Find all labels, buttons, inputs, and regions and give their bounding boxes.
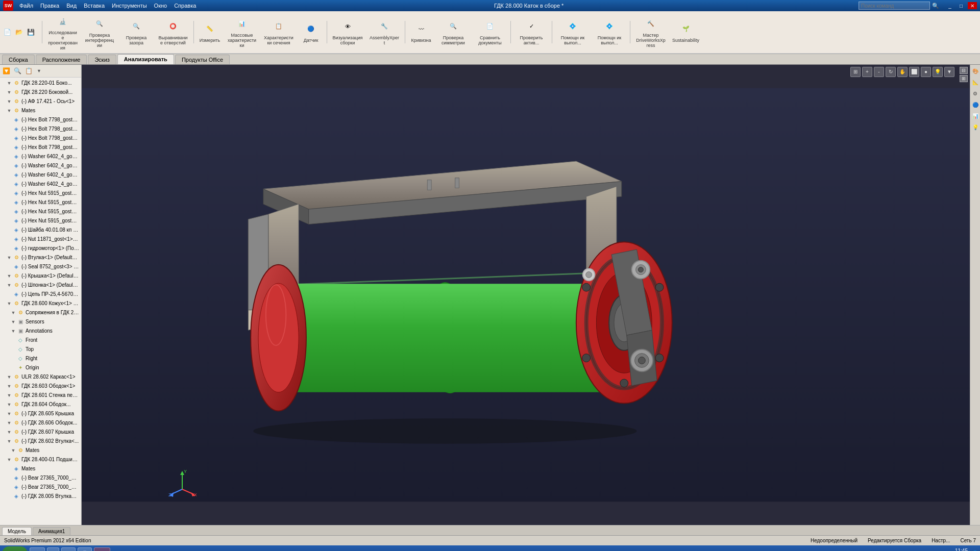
menu-file[interactable]: Файл — [16, 2, 36, 10]
tree-item[interactable]: ▼▣Annotations — [0, 327, 81, 336]
menu-tools[interactable]: Инструменты — [109, 2, 150, 10]
toolbar-measure[interactable]: 📏 Измерить — [197, 20, 223, 44]
tree-item[interactable]: ▼⚙(-) ГДК 28.606 Ободок... — [0, 418, 81, 428]
taskbar-word[interactable]: W — [61, 547, 75, 551]
toolbar-driveworks[interactable]: 🔨 Мастер DriveWorksXpress — [633, 15, 668, 49]
tree-item[interactable]: ▼⚙(-) Крышка<1> (Default<... — [0, 271, 81, 281]
search-tree-button[interactable]: 🔍 — [12, 66, 22, 76]
toolbar-helper1[interactable]: 💠 Помощн ик выпол... — [555, 17, 590, 47]
tab-analyze[interactable]: Анализировать — [117, 54, 174, 64]
tree-item[interactable]: ▼⚙ГДК 28.220 Боковой... — [0, 88, 81, 97]
tree-item[interactable]: ▼⚙ГДК 28.603 Ободок<1> — [0, 382, 81, 391]
lighting-button[interactable]: 💡 — [933, 67, 943, 77]
taskbar-control-panel[interactable]: 🎛 — [78, 547, 92, 551]
tree-item[interactable]: ◈(-) Hex Bolt 7798_gost<4> — [0, 143, 81, 152]
tree-item[interactable]: ◇Right — [0, 354, 81, 363]
tab-assembly[interactable]: Сборка — [2, 55, 35, 64]
close-button[interactable]: ✕ — [968, 2, 977, 9]
toolbar-helper2[interactable]: 💠 Помощн ик выпол... — [592, 17, 627, 47]
tree-item[interactable]: ◈(-) Hex Nut 5915_gost<4> — [0, 216, 81, 226]
taskbar-explorer[interactable]: 📁 — [30, 547, 45, 551]
tree-item[interactable]: ◈Mates — [0, 464, 81, 473]
toolbar-visualize[interactable]: 👁 Визуализация сборки — [330, 17, 365, 47]
tree-item[interactable]: ◈(-) Nut 11871_gost<1> (Га — [0, 235, 81, 244]
tree-item[interactable]: ◈(-) Washer 6402_4_gost<2> — [0, 161, 81, 170]
toolbar-holes[interactable]: ⭕ Выравнивание отверстий — [156, 17, 190, 47]
tree-item[interactable]: ▼⚙(-) ГДК 28.605 Крышка — [0, 409, 81, 418]
menu-window[interactable]: Окно — [151, 2, 170, 10]
tree-item[interactable]: ▼⚙ГДК 28.220-01 Боко... — [0, 79, 81, 88]
tree-item[interactable]: ◈(-) Bear 27365_7000_5_gost — [0, 473, 81, 483]
collapse-button[interactable]: 📋 — [23, 66, 34, 76]
view-options-button[interactable]: ⬜ — [909, 67, 919, 77]
tree-item[interactable]: ◈(-) Washer 6402_4_gost<3> — [0, 170, 81, 180]
toolbar-section[interactable]: 📋 Характеристики сечения — [261, 17, 296, 47]
display-mode-button[interactable]: ● — [921, 67, 931, 77]
tree-item[interactable]: ▼⚙ГДК 28.601 Стенка пер... — [0, 391, 81, 400]
tree-item[interactable]: ▼⚙Mates — [0, 446, 81, 455]
tree-item[interactable]: ◈(-) гидромотор<1> (По у... — [0, 244, 81, 253]
zoom-out-button[interactable]: - — [874, 67, 884, 77]
tree-item[interactable]: ◈(-) Hex Nut 5915_gost<3> — [0, 207, 81, 216]
toolbar-massprops[interactable]: 📊 Массовые характеристики — [225, 15, 259, 49]
viewport-split-h[interactable]: ⊟ — [960, 67, 968, 74]
tab-animation[interactable]: Анимация1 — [33, 527, 71, 535]
tab-layout[interactable]: Расположение — [36, 55, 87, 64]
tree-item[interactable]: ▼⚙(-) Втулка<1> (Default<<[... — [0, 253, 81, 262]
tree-item[interactable]: ▼⚙Mates — [0, 106, 81, 115]
tree-item[interactable]: ▼⚙ГДК 28.604 Ободок... — [0, 400, 81, 409]
tree-item[interactable]: ◈(-) Washer 6402_4_gost<1> — [0, 152, 81, 161]
more-views-button[interactable]: ▼ — [944, 67, 954, 77]
tree-item[interactable]: ◇Top — [0, 345, 81, 354]
zoom-to-fit-button[interactable]: ⊞ — [850, 67, 861, 77]
toolbar-sustainability[interactable]: 🌱 Sustainability — [670, 20, 701, 44]
tree-item[interactable]: ▼▣Sensors — [0, 317, 81, 327]
tree-item[interactable]: ◈(-) ГДК 28.005 Втулка<1> (- ... — [0, 492, 81, 501]
menu-edit[interactable]: Правка — [37, 2, 62, 10]
toolbar-assemblyxpert[interactable]: 🔧 AssemblyXpert — [367, 17, 402, 47]
tab-office[interactable]: Продукты Office — [175, 55, 230, 64]
toolbar-symmetry[interactable]: 🔍 Проверка симметрии — [436, 17, 471, 47]
tree-item[interactable]: ◈(-) Hex Bolt 7798_gost<3> — [0, 134, 81, 143]
tree-item[interactable]: ▼⚙(-) АФ 17.421 - Ось<1> — [0, 97, 81, 106]
menu-view[interactable]: Вид — [63, 2, 80, 10]
tree-item[interactable]: ◈(-) Hex Bolt 7798_gost<2> — [0, 124, 81, 134]
tree-item[interactable]: ◈(-) Шайба 40.01.08 кп ГОС — [0, 226, 81, 235]
right-icon-5[interactable]: 📊 — [971, 112, 980, 121]
tree-item[interactable]: ◈(-) Цепь ПР-25,4-5670<1> (D... — [0, 290, 81, 299]
tree-item[interactable]: ◈(-) Bear 27365_7000_5_gost — [0, 483, 81, 492]
minimize-button[interactable]: _ — [945, 2, 954, 9]
tree-item[interactable]: ▼⚙(-) ГДК 28.602 Втулка<... — [0, 437, 81, 446]
toolbar-check[interactable]: ✓ Проверить актив... — [514, 17, 549, 47]
toolbar-compare[interactable]: 📄 Сравнить документы — [473, 17, 507, 47]
maximize-button[interactable]: □ — [957, 2, 966, 9]
tree-item[interactable]: ◈(-) Washer 6402_4_gost<4> — [0, 180, 81, 189]
right-icon-1[interactable]: 🎨 — [971, 67, 980, 76]
toolbar-sensor[interactable]: 🔵 Датчик — [298, 20, 324, 44]
right-icon-6[interactable]: 💡 — [971, 123, 980, 132]
toolbar-investigate[interactable]: 🔬 Исследование проектирования — [45, 12, 80, 52]
toolbar-interference[interactable]: 🔍 Проверка интерференции — [82, 15, 117, 49]
start-button[interactable]: ⊞ — [2, 546, 28, 551]
tree-item[interactable]: ▼⚙(-) Шпонка<1> (Default<... — [0, 281, 81, 290]
viewport-split-v[interactable]: ⊞ — [960, 75, 968, 82]
tree-item[interactable]: ▼⚙ГДК 28.600 Кожух<1> (Def... — [0, 299, 81, 308]
toolbar-new[interactable]: 📄 — [2, 27, 12, 37]
right-icon-3[interactable]: ⚙ — [971, 89, 980, 98]
search-input[interactable] — [859, 2, 930, 10]
tab-sketch[interactable]: Эскиз — [88, 55, 116, 64]
right-icon-4[interactable]: 🔵 — [971, 101, 980, 110]
right-icon-2[interactable]: 📐 — [971, 78, 980, 87]
toolbar-clearance[interactable]: 🔍 Проверка зазора — [119, 17, 154, 47]
tree-item[interactable]: ▼⚙(-) ГДК 28.607 Крышка — [0, 428, 81, 437]
tree-item[interactable]: ◈(-) Hex Bolt 7798_gost<1> — [0, 115, 81, 124]
tab-model[interactable]: Модель — [2, 527, 32, 535]
zoom-in-button[interactable]: + — [862, 67, 872, 77]
tree-item[interactable]: ▼⚙ULR 28.602 Каркас<1> — [0, 372, 81, 382]
tree-item[interactable]: ◈(-) Seal 8752_gost<3> (Ма... — [0, 262, 81, 271]
taskbar-solidworks[interactable]: SW — [94, 547, 111, 551]
tree-item[interactable]: ◇Front — [0, 336, 81, 345]
tree-item[interactable]: ▼⚙ГДК 28.400-01 Подшипни... — [0, 455, 81, 464]
menu-help[interactable]: Справка — [171, 2, 199, 10]
tree-item[interactable]: ▼⚙Сопряжения в ГДК 28... — [0, 308, 81, 317]
